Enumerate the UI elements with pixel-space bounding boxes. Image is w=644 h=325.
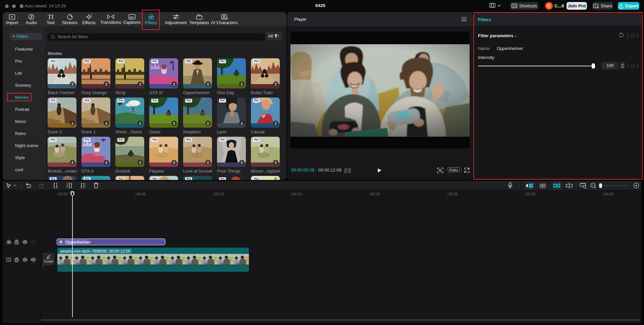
svg-text:TI: TI [48,14,53,20]
